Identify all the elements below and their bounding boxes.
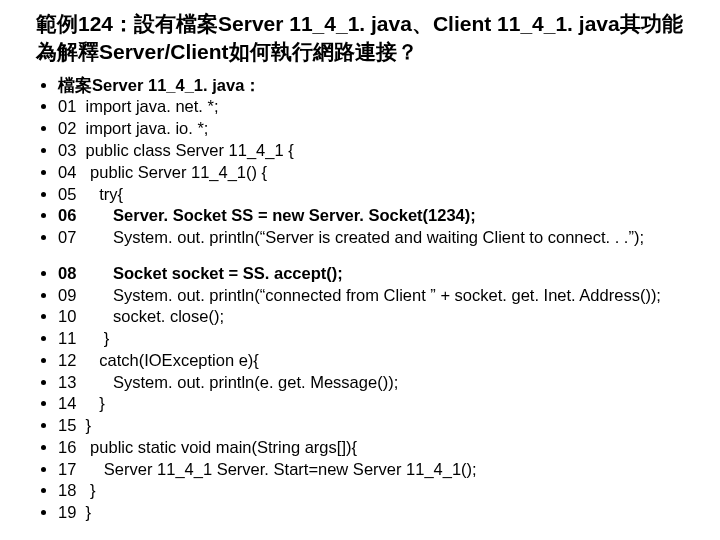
code-line: 03 public class Server 11_4_1 { bbox=[58, 140, 684, 162]
code-line: 02 import java. io. *; bbox=[58, 118, 684, 140]
code-line: 13 System. out. println(e. get. Message(… bbox=[58, 372, 684, 394]
code-line: 18 } bbox=[58, 480, 684, 502]
code-line: 15 } bbox=[58, 415, 684, 437]
code-block-1: 檔案Server 11_4_1. java：01 import java. ne… bbox=[36, 75, 684, 249]
code-line: 16 public static void main(String args[]… bbox=[58, 437, 684, 459]
code-line: 12 catch(IOException e){ bbox=[58, 350, 684, 372]
code-line: 09 System. out. println(“connected from … bbox=[58, 285, 684, 307]
code-line: 19 } bbox=[58, 502, 684, 524]
code-line: 07 System. out. println(“Server is creat… bbox=[58, 227, 684, 249]
code-line: 17 Server 11_4_1 Server. Start=new Serve… bbox=[58, 459, 684, 481]
code-line: 11 } bbox=[58, 328, 684, 350]
slide-title: 範例124：設有檔案Server 11_4_1. java、Client 11_… bbox=[36, 10, 684, 67]
code-line: 08 Socket socket = SS. accept(); bbox=[58, 263, 684, 285]
code-block-2: 08 Socket socket = SS. accept();09 Syste… bbox=[36, 263, 684, 524]
code-line: 04 public Server 11_4_1() { bbox=[58, 162, 684, 184]
code-line: 06 Server. Socket SS = new Server. Socke… bbox=[58, 205, 684, 227]
code-line: 檔案Server 11_4_1. java： bbox=[58, 75, 684, 97]
code-line: 01 import java. net. *; bbox=[58, 96, 684, 118]
code-line: 14 } bbox=[58, 393, 684, 415]
code-line: 10 socket. close(); bbox=[58, 306, 684, 328]
code-line: 05 try{ bbox=[58, 184, 684, 206]
